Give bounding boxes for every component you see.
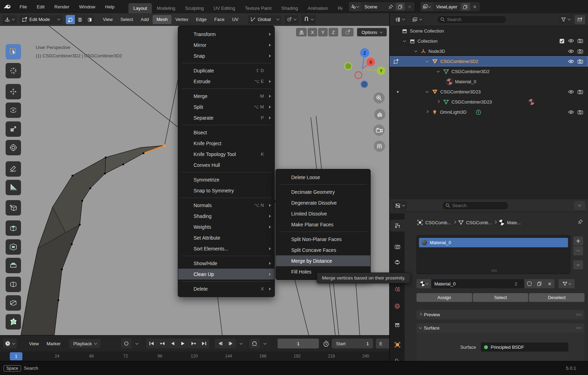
properties-options-button[interactable] [574,201,585,210]
menu-item-make-planar-faces[interactable]: Make Planar Faces [276,219,370,230]
eye-icon[interactable] [568,49,574,54]
browse-material-button[interactable] [416,279,431,288]
tool-scale[interactable] [6,121,21,137]
face-select-mode-button[interactable] [85,15,94,24]
menu-uv[interactable]: UV [228,15,242,24]
camera-view-button[interactable] [373,125,385,136]
row-omnilight3d[interactable]: OmniLight3D [390,107,588,117]
properties-search-input[interactable] [452,203,494,208]
tool-rotate[interactable] [6,102,21,118]
editor-type-button[interactable] [2,15,17,24]
workspace-tab-texture-paint[interactable]: Texture Paint [240,3,276,13]
viewlayer-browse-button[interactable] [421,2,433,11]
material-slot-selected[interactable]: Material_0 [419,238,568,247]
timeline-menu-marker[interactable]: Marker [43,339,64,348]
pin-icon[interactable] [388,4,393,9]
auto-keying-button[interactable] [121,339,132,348]
pin-icon[interactable] [578,219,583,225]
zoom-button[interactable] [373,92,385,104]
menu-select[interactable]: Select [117,15,137,24]
menu-item-shading[interactable]: Shading [178,211,274,221]
select-button[interactable]: Select [473,293,528,302]
tab-tool[interactable] [390,220,405,232]
menu-item-split-concave-faces[interactable]: Split Concave Faces [276,245,370,255]
eye-icon[interactable] [568,110,574,114]
properties-editor-type-button[interactable] [393,201,407,210]
row-collection[interactable]: Collection [390,36,588,46]
menu-item-merge[interactable]: MergeM [178,91,274,101]
workspace-tab-animation[interactable]: Animation [303,3,333,13]
menu-edge[interactable]: Edge [192,15,210,24]
breadcrumb-object[interactable]: CSGComb... [425,220,451,225]
workspace-tab-uv-editing[interactable]: UV Editing [209,3,240,13]
expand-chevron-icon[interactable] [402,41,407,42]
surface-panel-header[interactable]: Surface [416,323,584,333]
surface-shader-selector[interactable]: Principled BSDF [481,342,568,352]
panel-grip[interactable] [576,313,582,316]
mirror-x-button[interactable]: X [308,28,317,36]
timeline-menu-view[interactable]: View [25,339,43,348]
menu-item-bisect[interactable]: Bisect [178,127,274,138]
jump-to-start-button[interactable] [146,339,157,348]
selected-vertex[interactable] [163,144,166,147]
auto-keying-dropdown[interactable] [132,339,142,348]
material-name-field[interactable]: Material_0 [431,279,507,288]
current-frame-field[interactable]: 1 [278,339,319,348]
expand-chevron-icon[interactable] [424,91,430,92]
step-back-button[interactable] [215,339,225,348]
breadcrumb-material[interactable]: Mate... [507,220,521,225]
tab-world[interactable] [390,300,405,312]
new-material-button[interactable] [534,279,545,288]
collapsed-chevron-icon[interactable] [435,101,441,102]
tool-inset-faces[interactable] [6,239,21,255]
remove-viewlayer-button[interactable] [470,5,480,9]
loop-dropdown[interactable] [260,339,270,348]
menu-item-separate[interactable]: SeparateP [178,112,274,123]
outliner-search[interactable] [437,15,507,24]
proportional-editing-button[interactable] [342,28,354,36]
mode-selector[interactable]: Edit Mode [20,15,62,24]
axis-gizmo[interactable]: Z X Y [341,45,387,90]
jump-to-end-button[interactable] [199,339,209,348]
tab-object[interactable] [390,339,405,351]
menu-item-split[interactable]: Split⌥ M [178,101,274,112]
expand-chevron-icon[interactable] [424,61,430,62]
menu-item-symmetrize[interactable]: Symmetrize [178,174,274,185]
workspace-tab-layout[interactable]: Layout [128,3,152,13]
outliner-search-input[interactable] [447,17,489,22]
timeline-editor-type-button[interactable] [3,339,17,348]
material-specials-button[interactable] [573,260,583,269]
camera-toggle-icon[interactable] [578,38,583,43]
pan-button[interactable] [374,109,385,120]
row-scene-collection[interactable]: Scene Collection [390,26,588,36]
tool-measure[interactable] [6,180,21,195]
menu-view[interactable]: View [99,15,117,24]
tool-extrude-region[interactable] [6,220,21,236]
workspace-tab-rendering[interactable]: Re [333,3,343,13]
tool-add-cube[interactable] [6,200,21,215]
step-dropdown[interactable] [236,339,246,348]
play-reverse-button[interactable] [167,339,178,348]
pivot-point-selector[interactable] [284,15,299,24]
collapsed-chevron-icon[interactable] [424,112,430,113]
menu-edit[interactable]: Edit [32,0,49,13]
menu-item-show-hide[interactable]: Show/Hide [178,258,274,269]
menu-item-knife-topology-tool[interactable]: Knife Topology ToolK [178,149,274,160]
expand-chevron-icon[interactable] [413,51,419,52]
row-csgcombiner3d2-object[interactable]: CSGCombiner3D2 [390,56,588,66]
tool-annotate[interactable] [6,161,21,177]
menu-item-mirror[interactable]: Mirror [178,40,274,50]
step-forward-button[interactable] [225,339,236,348]
mesh-link-dropdown[interactable] [559,279,575,288]
options-dropdown[interactable]: Options [357,28,387,36]
preview-panel-header[interactable]: Preview [416,310,584,319]
menu-item-transform[interactable]: Transform [178,29,274,40]
eye-icon[interactable] [568,90,574,94]
fake-user-button[interactable] [524,279,534,288]
outliner-filter-button[interactable] [559,15,573,24]
menu-item-convex-hull[interactable]: Convex Hull [178,160,274,170]
camera-toggle-icon[interactable] [578,90,583,94]
tool-move[interactable] [6,84,21,99]
perspective-toggle-button[interactable] [374,141,385,152]
timeline-ruler[interactable]: 1 24 48 72 96 120 144 168 192 216 240 [0,352,389,361]
